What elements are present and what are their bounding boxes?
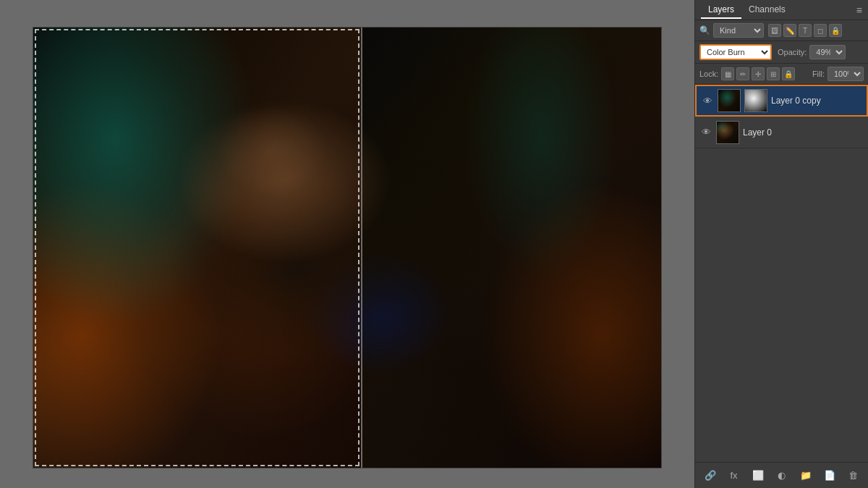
eye-icon-copy[interactable]: 👁 <box>701 94 714 107</box>
lock-filter-icon[interactable]: 🔒 <box>829 24 842 37</box>
delete-layer-icon[interactable]: 🗑 <box>845 467 862 484</box>
woman-figure <box>33 28 661 468</box>
fill-label: Fill: <box>812 70 825 78</box>
canvas-wrapper <box>33 27 662 468</box>
image-filter-icon[interactable]: 🖼 <box>768 24 781 37</box>
tab-channels[interactable]: Channels <box>741 1 793 19</box>
layer-item-copy[interactable]: 👁 Layer 0 copy <box>695 85 868 117</box>
layer-name-copy: Layer 0 copy <box>771 96 862 106</box>
panel-tabs: Layers Channels ≡ <box>695 0 868 20</box>
search-icon: 🔍 <box>699 25 710 35</box>
tab-layers[interactable]: Layers <box>701 1 741 19</box>
kind-dropdown[interactable]: Kind <box>713 23 764 38</box>
layer-name-0: Layer 0 <box>743 127 864 138</box>
layer-thumb-copy-mask <box>744 89 767 112</box>
canvas-area <box>0 0 694 488</box>
lock-icons: ▦ ✏ ✛ ⊞ 🔒 <box>721 67 795 80</box>
panel-bottom: 🔗 fx ⬜ ◐ 📁 📄 🗑 <box>695 462 868 488</box>
brush-filter-icon[interactable]: ✏️ <box>783 24 796 37</box>
link-layers-icon[interactable]: 🔗 <box>702 467 719 484</box>
layers-list: 👁 Layer 0 copy 👁 Layer 0 <box>695 85 868 462</box>
fx-icon[interactable]: fx <box>726 467 743 484</box>
lock-paint-icon[interactable]: ✏ <box>736 67 749 80</box>
add-mask-icon[interactable]: ⬜ <box>749 467 767 484</box>
opacity-dropdown[interactable]: 49% <box>809 45 846 59</box>
layer-thumb-copy-main <box>718 89 741 112</box>
lock-move-icon[interactable]: ✛ <box>752 67 765 80</box>
blend-row: Color Burn Opacity: 49% <box>695 41 868 64</box>
opacity-label: Opacity: <box>778 48 807 56</box>
shape-filter-icon[interactable]: ◻ <box>814 24 827 37</box>
panel-menu-icon[interactable]: ≡ <box>856 4 862 16</box>
adjustment-layer-icon[interactable]: ◐ <box>773 467 791 484</box>
filter-row: 🔍 Kind 🖼 ✏️ T ◻ 🔒 <box>695 20 868 41</box>
layer-thumb-0 <box>716 121 739 144</box>
blend-mode-dropdown[interactable]: Color Burn <box>699 44 772 60</box>
photo-background <box>33 28 661 468</box>
lock-artboard-icon[interactable]: ⊞ <box>767 67 780 80</box>
new-layer-icon[interactable]: 📄 <box>821 467 838 484</box>
lock-all-icon[interactable]: 🔒 <box>782 67 795 80</box>
filter-icons: 🖼 ✏️ T ◻ 🔒 <box>768 24 842 37</box>
text-filter-icon[interactable]: T <box>799 24 812 37</box>
fill-dropdown[interactable]: 100% <box>827 67 864 81</box>
lock-row: Lock: ▦ ✏ ✛ ⊞ 🔒 Fill: 100% <box>695 64 868 85</box>
canvas-image[interactable] <box>33 27 662 468</box>
right-panel: Layers Channels ≡ 🔍 Kind 🖼 ✏️ T ◻ 🔒 Colo… <box>694 0 868 488</box>
lock-transparent-icon[interactable]: ▦ <box>721 67 734 80</box>
layer-item-0[interactable]: 👁 Layer 0 <box>695 117 868 148</box>
eye-icon-0[interactable]: 👁 <box>699 126 712 139</box>
lock-label: Lock: <box>699 70 718 78</box>
group-layers-icon[interactable]: 📁 <box>797 467 814 484</box>
